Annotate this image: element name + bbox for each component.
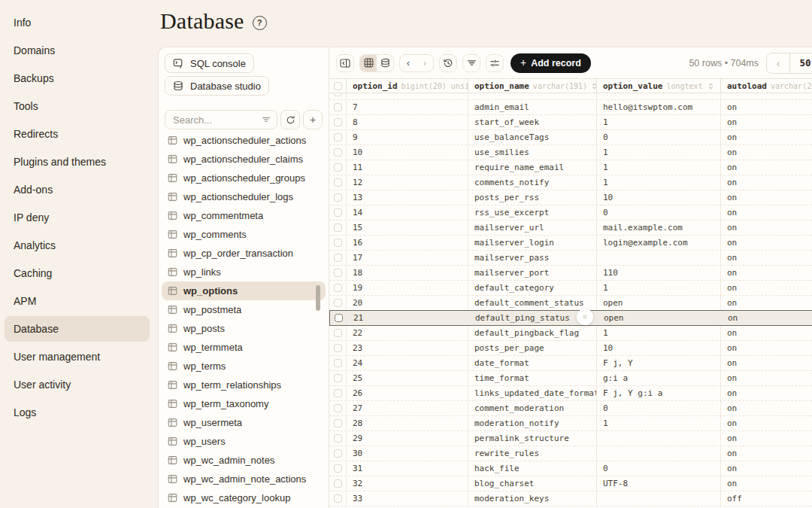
- table-row[interactable]: 25time_formatg:i aon: [329, 371, 812, 386]
- table-row[interactable]: 13posts_per_rss10on: [329, 190, 812, 205]
- sort-icon[interactable]: [707, 82, 714, 90]
- table-row[interactable]: 8start_of_week1on: [329, 115, 812, 130]
- table-item-wp-term-relationships[interactable]: wp_term_relationships: [162, 376, 326, 394]
- row-checkbox[interactable]: [334, 374, 342, 382]
- table-search-input[interactable]: [171, 114, 257, 126]
- table-row[interactable]: 11require_name_email1on: [329, 160, 812, 175]
- table-row[interactable]: 26links_updated_date_formatF j, Y g:i ao…: [329, 386, 812, 401]
- row-checkbox[interactable]: [334, 494, 342, 503]
- pagination-prev-button[interactable]: ‹: [767, 53, 789, 73]
- row-checkbox[interactable]: [334, 389, 342, 397]
- table-item-wp-commentmeta[interactable]: wp_commentmeta: [162, 206, 326, 225]
- table-row[interactable]: 30rewrite_ruleson: [329, 446, 812, 461]
- row-checkbox[interactable]: [334, 419, 342, 427]
- row-checkbox[interactable]: [334, 239, 342, 247]
- table-row[interactable]: 21default_ping_statusopenon: [329, 310, 812, 326]
- table-item-wp-comments[interactable]: wp_comments: [162, 225, 326, 244]
- table-row[interactable]: 18mailserver_port110on: [329, 266, 812, 281]
- row-checkbox[interactable]: [334, 254, 342, 262]
- row-checkbox[interactable]: [334, 269, 342, 277]
- table-row[interactable]: 10use_smilies1on: [329, 145, 812, 160]
- add-table-button[interactable]: +: [303, 110, 323, 129]
- table-item-wp-actionscheduler-groups[interactable]: wp_actionscheduler_groups: [162, 169, 326, 187]
- sql-console-button[interactable]: SQL console: [165, 53, 254, 73]
- sidebar-item-backups[interactable]: Backups: [5, 65, 150, 91]
- column-header-option-id[interactable]: option_idbigint(20) unsigned: [347, 79, 468, 93]
- sidebar-item-add-ons[interactable]: Add-ons: [5, 177, 150, 202]
- table-row[interactable]: 19default_category1on: [329, 281, 812, 296]
- table-item-wp-actionscheduler-claims[interactable]: wp_actionscheduler_claims: [162, 150, 326, 169]
- search-filter-icon[interactable]: [262, 115, 271, 124]
- sidebar-item-plugins-and-themes[interactable]: Plugins and themes: [5, 149, 150, 175]
- database-studio-button[interactable]: Database studio: [165, 76, 269, 96]
- table-view-button[interactable]: [360, 55, 377, 71]
- row-checkbox[interactable]: [335, 314, 343, 322]
- add-record-button[interactable]: + Add record: [511, 53, 591, 73]
- filter-button[interactable]: [462, 54, 480, 72]
- row-expand-button[interactable]: [577, 309, 593, 325]
- table-row[interactable]: 9use_balanceTags0on: [329, 130, 812, 145]
- table-item-wp-usermeta[interactable]: wp_usermeta: [162, 413, 326, 432]
- table-row[interactable]: 16mailserver_loginlogin@example.comon: [329, 236, 812, 251]
- table-row[interactable]: 27comment_moderation0on: [329, 401, 812, 416]
- row-checkbox[interactable]: [334, 284, 342, 292]
- refresh-tables-button[interactable]: [280, 110, 300, 129]
- row-checkbox[interactable]: [334, 93, 342, 96]
- table-list-scrollbar[interactable]: [316, 285, 320, 311]
- sidebar-item-user-management[interactable]: User management: [5, 344, 150, 370]
- row-checkbox[interactable]: [334, 193, 342, 202]
- next-button[interactable]: ›: [417, 55, 433, 71]
- table-item-wp-cp-order-transaction[interactable]: wp_cp_order_transaction: [162, 244, 326, 263]
- sidebar-item-caching[interactable]: Caching: [5, 260, 150, 286]
- table-item-wp-posts[interactable]: wp_posts: [162, 319, 326, 338]
- sidebar-item-tools[interactable]: Tools: [5, 93, 150, 119]
- table-item-wp-actionscheduler-logs[interactable]: wp_actionscheduler_logs: [162, 187, 326, 206]
- table-row[interactable]: 24date_formatF j, Yon: [329, 356, 812, 371]
- row-checkbox[interactable]: [334, 344, 342, 352]
- display-settings-button[interactable]: [486, 54, 504, 72]
- row-checkbox[interactable]: [334, 133, 342, 141]
- table-item-wp-terms[interactable]: wp_terms: [162, 357, 326, 376]
- collapse-panel-button[interactable]: [336, 54, 354, 72]
- table-row[interactable]: 15mailserver_urlmail.example.comon: [329, 221, 812, 236]
- table-row[interactable]: 22default_pingback_flag1on: [329, 326, 812, 341]
- sidebar-item-analytics[interactable]: Analytics: [5, 233, 150, 258]
- table-row[interactable]: 28moderation_notify1on: [329, 416, 812, 431]
- sidebar-item-info[interactable]: Info: [5, 10, 150, 35]
- sort-icon[interactable]: [591, 82, 597, 90]
- table-item-wp-actionscheduler-actions[interactable]: wp_actionscheduler_actions: [162, 131, 326, 150]
- table-row[interactable]: 7admin_emailhello@itswptom.comon: [329, 100, 812, 115]
- table-item-wp-wc-admin-note-actions[interactable]: wp_wc_admin_note_actions: [162, 470, 326, 488]
- row-checkbox[interactable]: [334, 329, 342, 337]
- select-all-checkbox[interactable]: [334, 82, 342, 90]
- row-checkbox[interactable]: [334, 449, 342, 458]
- row-checkbox[interactable]: [334, 464, 342, 473]
- table-item-wp-wc-admin-notes[interactable]: wp_wc_admin_notes: [162, 451, 326, 470]
- help-icon[interactable]: ?: [253, 16, 267, 30]
- sidebar-item-database[interactable]: Database: [5, 316, 150, 342]
- row-checkbox[interactable]: [334, 178, 342, 187]
- column-header-option-name[interactable]: option_namevarchar(191): [468, 79, 597, 93]
- page-size-value[interactable]: 50: [789, 53, 812, 73]
- row-checkbox[interactable]: [334, 118, 342, 126]
- row-checkbox[interactable]: [334, 103, 342, 111]
- table-row[interactable]: 31hack_file0on: [329, 461, 812, 476]
- table-row[interactable]: 14rss_use_excerpt0on: [329, 205, 812, 221]
- table-row[interactable]: 33moderation_keysoff: [329, 491, 812, 506]
- table-row[interactable]: 29permalink_structureon: [329, 431, 812, 446]
- table-item-wp-users[interactable]: wp_users: [162, 432, 326, 451]
- table-item-wp-wc-category-lookup[interactable]: wp_wc_category_lookup: [162, 488, 326, 507]
- table-item-wp-termmeta[interactable]: wp_termmeta: [162, 338, 326, 357]
- table-row[interactable]: 20default_comment_statusopenon: [329, 296, 812, 311]
- sidebar-item-apm[interactable]: APM: [5, 288, 150, 314]
- row-checkbox[interactable]: [334, 163, 342, 172]
- row-checkbox[interactable]: [334, 359, 342, 367]
- prev-button[interactable]: ‹: [400, 55, 417, 71]
- row-checkbox[interactable]: [334, 148, 342, 157]
- table-item-wp-term-taxonomy[interactable]: wp_term_taxonomy: [162, 394, 326, 413]
- table-row[interactable]: 32blog_charsetUTF-8on: [329, 476, 812, 491]
- row-checkbox[interactable]: [334, 224, 342, 232]
- column-header-option-value[interactable]: option_valuelongtext: [597, 79, 721, 93]
- history-button[interactable]: [439, 54, 457, 72]
- table-item-wp-options[interactable]: wp_options: [162, 281, 326, 300]
